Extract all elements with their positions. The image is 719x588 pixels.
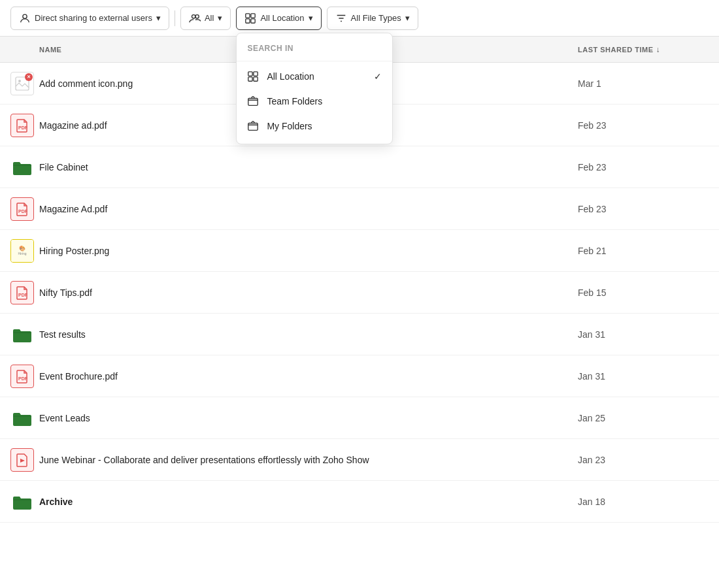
team-folders-label: Team Folders: [267, 96, 322, 106]
all-chevron-icon: ▾: [218, 13, 222, 23]
location-filter-container: All Location ▾ SEARCH IN All Location ✓: [236, 7, 321, 30]
pdf-icon: PDF: [10, 365, 34, 388]
svg-rect-10: [254, 76, 258, 80]
all-location-label: All Location: [267, 71, 314, 82]
all-label: All: [205, 13, 214, 23]
svg-text:PDF: PDF: [18, 376, 28, 381]
row-time: Jan 31: [578, 371, 709, 382]
row-time: Feb 23: [578, 204, 709, 214]
svg-rect-3: [246, 13, 250, 17]
row-time: Jan 31: [578, 329, 709, 340]
row-time: Feb 23: [578, 162, 709, 172]
svg-rect-4: [251, 13, 255, 17]
file-types-chevron-icon: ▾: [405, 13, 410, 23]
table-row[interactable]: PDF Nifty Tips.pdf Feb 15: [0, 272, 719, 314]
svg-rect-7: [248, 71, 252, 75]
poster-icon: 🎨 Hiring: [10, 239, 34, 263]
table-row[interactable]: Test results Jan 31: [0, 314, 719, 355]
team-folders-icon: [247, 95, 259, 107]
row-time: Jan 18: [578, 497, 709, 507]
dropdown-divider-1: [237, 61, 392, 61]
svg-rect-8: [254, 71, 258, 75]
person-icon: [19, 12, 31, 24]
my-folders-label: My Folders: [267, 121, 312, 131]
svg-point-0: [23, 14, 27, 18]
dropdown-search-label: SEARCH IN: [237, 39, 392, 58]
folder-icon: [10, 155, 34, 179]
row-name: Test results: [39, 329, 578, 340]
chevron-down-icon: ▾: [156, 13, 161, 23]
location-label: All Location: [260, 13, 304, 23]
my-folders-icon: [247, 120, 259, 132]
table-row[interactable]: File Cabinet Feb 23: [0, 146, 719, 188]
location-dropdown-menu: SEARCH IN All Location ✓ Team: [236, 33, 393, 144]
image-icon: ✕: [10, 72, 34, 95]
all-location-check-icon: ✓: [374, 71, 382, 82]
svg-point-2: [195, 14, 199, 18]
svg-rect-5: [246, 18, 250, 22]
row-name: File Cabinet: [39, 162, 578, 172]
svg-text:PDF: PDF: [18, 209, 28, 214]
col-time-header[interactable]: LAST SHARED TIME ↓: [578, 45, 709, 54]
table-row[interactable]: PDF Event Brochure.pdf Jan 31: [0, 355, 719, 397]
filter-icon: [335, 12, 347, 24]
svg-marker-19: [20, 459, 25, 463]
svg-rect-9: [248, 76, 252, 80]
table-row[interactable]: 🎨 Hiring Hiring Poster.png Feb 21: [0, 230, 719, 272]
svg-point-1: [192, 14, 195, 18]
folder-icon: [10, 490, 34, 514]
svg-text:PDF: PDF: [18, 125, 28, 130]
location-filter-button[interactable]: All Location ▾: [236, 7, 321, 30]
dropdown-item-team-folders[interactable]: Team Folders: [237, 89, 392, 114]
sharing-filter-button[interactable]: Direct sharing to external users ▾: [10, 7, 169, 30]
presentation-icon: [10, 448, 34, 472]
row-name: Event Leads: [39, 413, 578, 423]
toolbar: Direct sharing to external users ▾ All ▾…: [0, 0, 719, 37]
toolbar-divider: [175, 10, 175, 26]
row-name: Event Brochure.pdf: [39, 371, 578, 382]
sharing-filter-label: Direct sharing to external users: [35, 13, 152, 23]
folder-icon: [10, 323, 34, 346]
table-row[interactable]: Archive Jan 18: [0, 481, 719, 523]
file-types-label: All File Types: [351, 13, 401, 23]
row-name: Archive: [39, 497, 578, 507]
row-name: Hiring Poster.png: [39, 246, 578, 256]
row-time: Feb 21: [578, 246, 709, 256]
table-row[interactable]: Event Leads Jan 25: [0, 397, 719, 439]
row-time: Jan 23: [578, 455, 709, 465]
dropdown-item-all-location[interactable]: All Location ✓: [237, 64, 392, 89]
sort-arrow-icon: ↓: [656, 45, 661, 54]
svg-point-14: [18, 80, 21, 82]
comment-badge: ✕: [25, 73, 33, 81]
dropdown-item-my-folders[interactable]: My Folders: [237, 114, 392, 139]
row-name: Magazine Ad.pdf: [39, 204, 578, 214]
row-time: Mar 1: [578, 78, 709, 89]
location-grid-icon: [244, 12, 256, 24]
pdf-icon: PDF: [10, 114, 34, 137]
svg-rect-11: [248, 98, 258, 105]
pdf-icon: PDF: [10, 281, 34, 304]
all-location-icon: [247, 71, 259, 82]
svg-rect-6: [251, 18, 255, 22]
svg-rect-12: [248, 123, 258, 130]
file-types-filter-button[interactable]: All File Types ▾: [327, 7, 418, 30]
folder-icon: [10, 406, 34, 430]
svg-text:PDF: PDF: [18, 293, 28, 297]
table-row[interactable]: June Webinar - Collaborate and deliver p…: [0, 439, 719, 481]
location-chevron-icon: ▾: [309, 13, 313, 23]
row-name: Nifty Tips.pdf: [39, 287, 578, 298]
pdf-icon: PDF: [10, 197, 34, 221]
row-time: Feb 15: [578, 287, 709, 298]
hiring-inner: 🎨 Hiring: [11, 240, 33, 262]
all-filter-button[interactable]: All ▾: [180, 7, 231, 30]
users-icon: [189, 12, 201, 24]
row-time: Feb 23: [578, 120, 709, 131]
table-row[interactable]: PDF Magazine Ad.pdf Feb 23: [0, 188, 719, 230]
row-name: June Webinar - Collaborate and deliver p…: [39, 455, 578, 465]
row-time: Jan 25: [578, 413, 709, 423]
